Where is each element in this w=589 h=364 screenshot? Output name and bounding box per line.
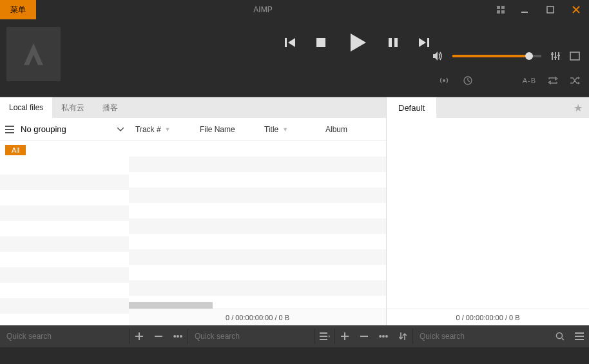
svg-line-37: [562, 338, 564, 340]
maximize-button[interactable]: [537, 0, 563, 19]
favorite-star-icon[interactable]: ★: [567, 102, 589, 114]
horizontal-scrollbar[interactable]: [129, 302, 213, 309]
previous-track-button[interactable]: [284, 36, 296, 49]
svg-rect-4: [521, 12, 528, 13]
search-input-right[interactable]: [413, 325, 550, 347]
volume-icon[interactable]: [432, 50, 443, 62]
minimize-button[interactable]: [512, 0, 537, 19]
svg-point-20: [443, 79, 445, 82]
repeat-icon[interactable]: [548, 76, 558, 85]
svg-rect-16: [551, 53, 554, 55]
svg-rect-13: [552, 52, 553, 60]
volume-thumb[interactable]: [525, 52, 533, 60]
svg-rect-2: [497, 10, 500, 14]
track-list: [129, 141, 386, 309]
volume-fill: [452, 55, 528, 57]
svg-rect-0: [497, 6, 500, 9]
playlist-tab-default[interactable]: Default: [387, 97, 436, 118]
add-button[interactable]: [130, 325, 149, 347]
hamburger-icon[interactable]: [5, 126, 14, 133]
layout-grid-icon[interactable]: [490, 6, 512, 14]
chevron-down-icon[interactable]: [117, 128, 124, 131]
search-icon[interactable]: [550, 325, 570, 347]
ab-repeat-button[interactable]: A-B: [523, 77, 536, 84]
right-status-bar: 0 / 00:00:00:00 / 0 B: [387, 309, 589, 325]
tab-podcasts[interactable]: 播客: [93, 97, 127, 118]
column-track-number[interactable]: Track #▼: [129, 125, 193, 134]
filter-icon[interactable]: ▼: [282, 126, 288, 133]
svg-rect-1: [501, 6, 505, 9]
timer-icon[interactable]: [463, 76, 472, 85]
close-button[interactable]: [563, 0, 589, 19]
svg-rect-14: [555, 52, 556, 60]
equalizer-icon[interactable]: [550, 51, 561, 61]
playlist-body: [387, 118, 589, 309]
column-title[interactable]: Title▼: [258, 125, 319, 134]
svg-rect-5: [547, 6, 554, 13]
play-button[interactable]: [345, 31, 369, 54]
pause-button[interactable]: [387, 36, 400, 49]
svg-line-23: [468, 81, 470, 82]
menu-icon[interactable]: [570, 325, 589, 347]
svg-rect-9: [316, 38, 325, 47]
visualizer-icon[interactable]: [570, 52, 580, 61]
more-button[interactable]: •••: [168, 325, 188, 347]
app-title: AIMP: [36, 5, 490, 14]
sort-icon[interactable]: [393, 325, 412, 347]
playlist-add-button[interactable]: [335, 325, 354, 347]
playlist-more-button[interactable]: •••: [374, 325, 393, 347]
next-track-button[interactable]: [418, 36, 430, 49]
svg-point-36: [557, 333, 563, 339]
svg-rect-8: [285, 38, 287, 47]
search-input-left[interactable]: [0, 325, 129, 347]
remove-button[interactable]: [149, 325, 168, 347]
filter-all-badge[interactable]: All: [5, 145, 26, 155]
svg-rect-12: [427, 38, 429, 47]
svg-rect-18: [557, 55, 560, 56]
stop-button[interactable]: [314, 36, 327, 49]
grouping-dropdown[interactable]: No grouping: [21, 124, 111, 134]
svg-rect-19: [570, 52, 579, 60]
filter-icon[interactable]: ▼: [165, 126, 171, 133]
menu-button[interactable]: 菜单: [0, 0, 36, 19]
volume-slider[interactable]: [452, 55, 541, 57]
svg-rect-10: [389, 38, 392, 47]
shuffle-icon[interactable]: [570, 76, 580, 85]
group-list: [0, 159, 129, 325]
svg-rect-17: [554, 57, 557, 58]
list-menu-icon[interactable]: [315, 325, 334, 347]
playlist-remove-button[interactable]: [354, 325, 374, 347]
tab-local-files[interactable]: Local files: [0, 97, 52, 118]
app-logo: [6, 27, 61, 81]
radio-icon[interactable]: [439, 76, 449, 85]
left-status-bar: 0 / 00:00:00:00 / 0 B: [129, 309, 386, 325]
svg-rect-3: [501, 10, 505, 14]
track-table-header: Track #▼ File Name Title▼ Album: [129, 118, 386, 141]
tab-private-cloud[interactable]: 私有云: [52, 97, 93, 118]
column-file-name[interactable]: File Name: [193, 125, 258, 134]
column-album[interactable]: Album: [319, 125, 386, 134]
svg-rect-11: [394, 38, 398, 47]
search-input-center[interactable]: [188, 325, 314, 347]
